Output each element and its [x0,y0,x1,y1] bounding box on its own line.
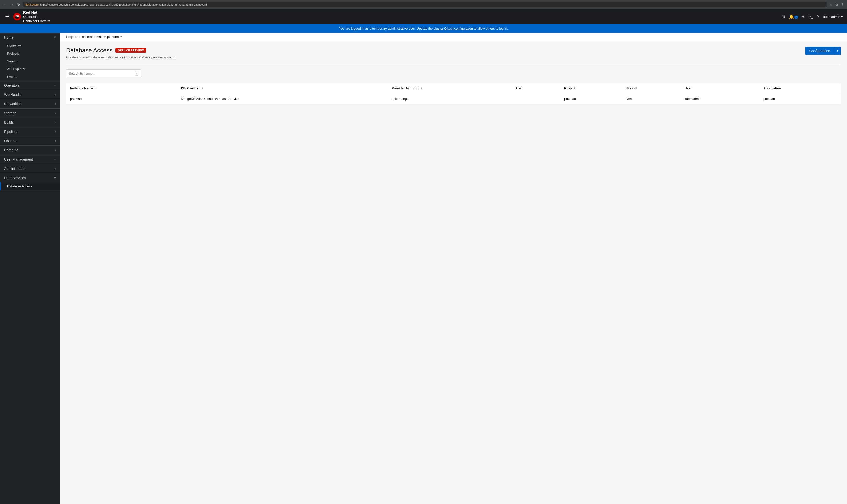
sidebar-item-database-access[interactable]: Database Access [0,182,60,190]
sidebar-group-networking[interactable]: Networking › [0,100,60,108]
sidebar: Home ∨ Overview Projects Search API Expl… [0,33,60,504]
user-management-chevron-icon: › [55,158,56,161]
sort-icon-instance-name: ⇕ [95,87,97,90]
sidebar-group-user-management[interactable]: User Management › [0,155,60,164]
info-banner: You are logged in as a temporary adminis… [0,24,847,33]
username: kube:admin [824,15,840,19]
reload-button[interactable]: ↻ [16,2,21,7]
instances-table: Instance Name ⇕ DB Provider ⇕ Provider A… [66,83,841,104]
sidebar-group-builds[interactable]: Builds › [0,118,60,127]
col-provider-account[interactable]: Provider Account ⇕ [388,83,511,93]
url-bar[interactable]: Not Secure https://console-openshift-con… [22,2,828,7]
cell-db-provider: MongoDB Atlas Cloud Database Service [177,93,388,104]
not-secure-label: Not Secure [25,3,38,6]
sidebar-group-compute[interactable]: Compute › [0,146,60,155]
top-nav-icons: ⊞ 🔔6 + >_ ? kube:admin ▾ [782,14,843,19]
sidebar-item-overview[interactable]: Overview [0,42,60,50]
sidebar-group-observe[interactable]: Observe › [0,137,60,145]
sidebar-networking-label: Networking [4,102,21,106]
col-application: Application [759,83,841,93]
sidebar-section-workloads: Workloads › [0,90,60,100]
cell-instance-name[interactable]: pacman [66,93,177,104]
cell-alert [511,93,560,104]
cell-project: pacman [560,93,622,104]
notification-badge: 6 [794,16,798,19]
project-name: ansible-automation-platform [79,35,119,38]
help-icon[interactable]: ? [817,14,819,19]
oauth-config-link[interactable]: cluster OAuth configuration [433,26,473,30]
col-project: Project [560,83,622,93]
sidebar-group-administration[interactable]: Administration › [0,164,60,173]
sidebar-section-home: Home ∨ Overview Projects Search API Expl… [0,33,60,81]
cell-application: pacman [759,93,841,104]
sidebar-item-search[interactable]: Search [0,57,60,65]
grid-icon[interactable]: ⊞ [782,14,785,19]
col-user: User [680,83,759,93]
brand-text: Red Hat OpenShift Container Platform [23,10,50,23]
col-db-provider[interactable]: DB Provider ⇕ [177,83,388,93]
sidebar-item-projects[interactable]: Projects [0,50,60,57]
builds-chevron-icon: › [55,121,56,124]
networking-chevron-icon: › [55,102,56,106]
cell-bound: Yes [622,93,680,104]
service-preview-badge: Service Preview [116,48,146,53]
data-services-chevron-icon: ∨ [54,176,56,180]
sidebar-observe-label: Observe [4,139,17,143]
sidebar-workloads-label: Workloads [4,93,20,96]
compute-chevron-icon: › [55,148,56,152]
sidebar-group-data-services[interactable]: Data Services ∨ [0,174,60,182]
terminal-icon[interactable]: >_ [809,14,813,19]
sidebar-section-pipelines: Pipelines › [0,127,60,137]
svg-text:RH: RH [16,15,19,17]
sidebar-operators-label: Operators [4,83,19,87]
pipelines-chevron-icon: › [55,130,56,133]
project-selector[interactable]: Project: ansible-automation-platform ▾ [66,35,122,38]
project-prefix: Project: [66,35,77,38]
sidebar-section-operators: Operators › [0,81,60,90]
bookmark-button[interactable]: ☆ [829,2,834,7]
workloads-chevron-icon: › [55,93,56,96]
back-button[interactable]: ← [2,2,7,7]
page-description: Create and view database instances, or i… [66,55,176,59]
hamburger-menu[interactable]: ☰ [4,13,10,20]
notifications-icon[interactable]: 🔔6 [789,14,798,19]
sidebar-group-home[interactable]: Home ∨ [0,33,60,42]
brand: RH Red Hat OpenShift Container Platform [13,10,50,23]
sidebar-section-networking: Networking › [0,100,60,109]
sidebar-section-data-services: Data Services ∨ Database Access [0,174,60,191]
configuration-dropdown-button[interactable]: ▾ [834,47,841,55]
extensions-button[interactable]: ⧉ [835,2,839,7]
sidebar-pipelines-label: Pipelines [4,130,18,133]
sidebar-group-operators[interactable]: Operators › [0,81,60,90]
sidebar-builds-label: Builds [4,120,14,124]
page-title: Database Access [66,47,113,54]
sidebar-home-label: Home [4,35,13,39]
app-shell: ☰ RH Red Hat OpenShift Container Platfor… [0,9,847,504]
col-instance-name[interactable]: Instance Name ⇕ [66,83,177,93]
table-row: pacman MongoDB Atlas Cloud Database Serv… [66,93,841,104]
user-menu[interactable]: kube:admin ▾ [824,15,843,19]
sidebar-compute-label: Compute [4,148,18,152]
banner-text-after: to allow others to log in. [473,26,508,30]
search-input[interactable] [69,72,133,75]
sidebar-item-api-explorer[interactable]: API Explorer [0,65,60,73]
browser-actions: ☆ ⧉ ⋮ [829,2,845,7]
project-dropdown-icon: ▾ [120,35,122,38]
sidebar-group-pipelines[interactable]: Pipelines › [0,127,60,136]
table-header-row: Instance Name ⇕ DB Provider ⇕ Provider A… [66,83,841,93]
redhat-logo: RH [13,13,21,20]
search-bar-container: / [66,69,841,77]
sidebar-section-observe: Observe › [0,137,60,146]
table-header: Instance Name ⇕ DB Provider ⇕ Provider A… [66,83,841,93]
url-text: https://console-openshift-console.apps.m… [40,3,207,6]
add-icon[interactable]: + [802,14,805,19]
sidebar-item-events[interactable]: Events [0,73,60,80]
content-area: Project: ansible-automation-platform ▾ D… [60,33,847,504]
forward-button[interactable]: → [9,2,15,7]
sidebar-group-storage[interactable]: Storage › [0,109,60,118]
browser-bar: ← → ↻ Not Secure https://console-openshi… [0,0,847,9]
sidebar-group-workloads[interactable]: Workloads › [0,90,60,99]
menu-button[interactable]: ⋮ [840,2,845,7]
configuration-button[interactable]: Configuration [806,47,834,55]
page-header: Database Access Service Preview Create a… [66,47,841,59]
